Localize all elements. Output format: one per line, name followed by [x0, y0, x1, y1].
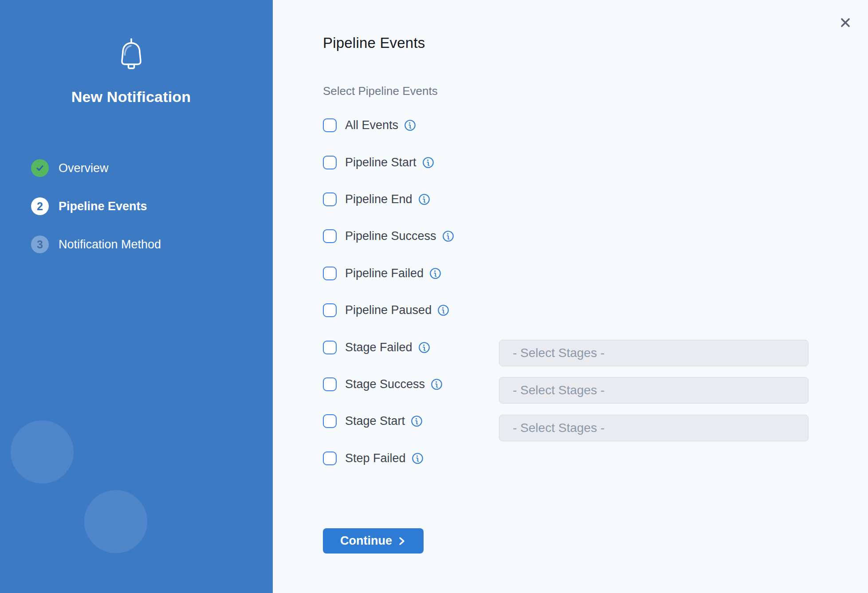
event-label: Stage Success: [345, 377, 425, 391]
info-icon[interactable]: [411, 415, 423, 427]
checkbox-step-failed[interactable]: [323, 452, 337, 465]
checkbox-pipeline-success[interactable]: [323, 229, 337, 243]
event-row: Pipeline Start: [323, 144, 454, 181]
event-row: Pipeline End: [323, 181, 454, 218]
event-label: Pipeline Paused: [345, 303, 432, 317]
step-number-badge: 2: [31, 197, 49, 215]
event-label: Pipeline End: [345, 192, 412, 206]
watermark-ring: [71, 477, 161, 566]
event-row: Pipeline Success: [323, 218, 454, 255]
step-label: Notification Method: [59, 238, 161, 251]
wizard-steps: Overview 2 Pipeline Events 3 Notificatio…: [31, 159, 259, 274]
continue-button[interactable]: Continue: [323, 528, 424, 554]
info-icon[interactable]: [418, 342, 430, 353]
checkbox-stage-success[interactable]: [323, 377, 337, 391]
close-button[interactable]: [836, 13, 855, 32]
event-label: Pipeline Failed: [345, 267, 424, 280]
sidebar-step-notification-method[interactable]: 3 Notification Method: [31, 236, 259, 253]
info-icon[interactable]: [412, 452, 424, 464]
close-icon: [839, 16, 852, 29]
select-stages-input[interactable]: - Select Stages -: [499, 340, 809, 366]
watermark-ring: [0, 408, 86, 497]
info-icon[interactable]: [418, 193, 430, 205]
checkbox-pipeline-paused[interactable]: [323, 303, 337, 317]
checkbox-pipeline-start[interactable]: [323, 156, 337, 169]
info-icon[interactable]: [429, 267, 441, 279]
checkbox-stage-failed[interactable]: [323, 341, 337, 354]
sidebar-step-pipeline-events[interactable]: 2 Pipeline Events: [31, 197, 259, 215]
chevron-right-icon: [397, 536, 406, 546]
event-label: Pipeline Success: [345, 229, 436, 243]
event-row: Pipeline Paused: [323, 292, 454, 329]
info-icon[interactable]: [437, 304, 449, 316]
info-icon[interactable]: [431, 378, 443, 390]
step-number-badge: 3: [31, 236, 49, 253]
event-row: Stage Success: [323, 366, 454, 403]
info-icon[interactable]: [404, 119, 416, 131]
event-row: Stage Failed: [323, 329, 454, 365]
select-stages-input[interactable]: - Select Stages -: [499, 377, 809, 404]
event-row: Step Failed: [323, 440, 454, 477]
event-label: Stage Start: [345, 414, 405, 428]
info-icon[interactable]: [442, 230, 454, 242]
checkbox-pipeline-failed[interactable]: [323, 267, 337, 280]
page-title: Pipeline Events: [323, 35, 425, 51]
event-label: Step Failed: [345, 452, 406, 465]
event-row: All Events: [323, 107, 454, 144]
event-row: Pipeline Failed: [323, 255, 454, 292]
bell-icon: [116, 38, 147, 74]
checkbox-stage-start[interactable]: [323, 414, 337, 428]
event-row: Stage Start: [323, 403, 454, 440]
wizard-title: New Notification: [0, 88, 267, 106]
section-subtitle: Select Pipeline Events: [323, 84, 438, 98]
sidebar-step-overview[interactable]: Overview: [31, 159, 259, 177]
checkbox-all-events[interactable]: [323, 118, 337, 132]
event-label: Stage Failed: [345, 341, 412, 354]
wizard-sidebar: New Notification Overview 2 Pipeline Eve…: [0, 0, 273, 593]
step-label: Pipeline Events: [59, 200, 147, 213]
event-label: All Events: [345, 118, 398, 132]
events-list: All Events Pipeline Start Pipeline End P…: [323, 107, 454, 477]
pipeline-events-panel: Pipeline Events Select Pipeline Events A…: [273, 0, 868, 593]
step-complete-check-icon: [31, 159, 49, 177]
continue-label: Continue: [340, 534, 392, 548]
step-label: Overview: [59, 161, 109, 175]
event-label: Pipeline Start: [345, 156, 416, 169]
select-stages-input[interactable]: - Select Stages -: [499, 415, 809, 441]
info-icon[interactable]: [422, 157, 434, 169]
sidebar-header: New Notification: [0, 38, 267, 106]
checkbox-pipeline-end[interactable]: [323, 192, 337, 206]
